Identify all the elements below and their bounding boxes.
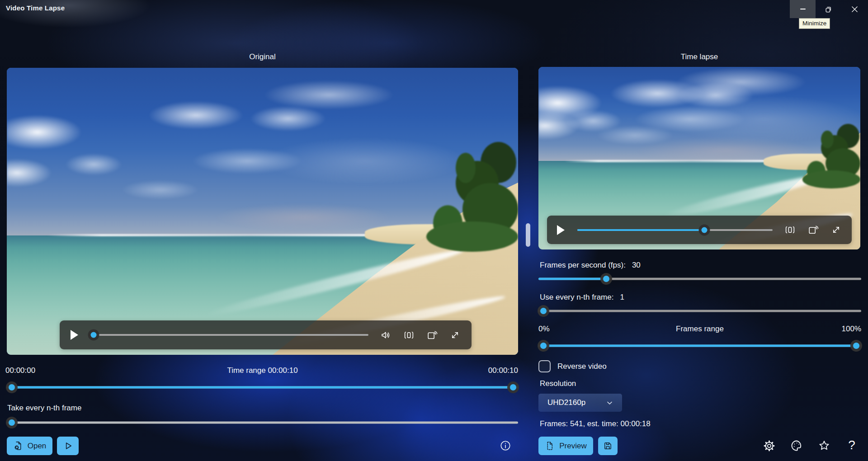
use-nth-label: Use every n-th frame:1 (540, 293, 624, 302)
use-nth-value: 1 (620, 293, 624, 301)
window-title: Video Time Lapse (6, 4, 65, 12)
take-nth-thumb[interactable] (9, 419, 15, 426)
app-window: Video Time Lapse Minimize Original Time … (0, 0, 868, 461)
beach-scene (7, 68, 518, 355)
save-button[interactable] (598, 437, 618, 455)
resolution-label: Resolution (540, 379, 576, 388)
chevron-down-icon (606, 400, 613, 406)
resolution-value: UHD2160p (547, 398, 585, 407)
frames-info-text: Frames: 541, est. time: 00:00:18 (540, 419, 651, 428)
fullscreen-icon[interactable] (830, 224, 842, 235)
panel-splitter-handle[interactable] (526, 223, 530, 247)
open-button-label: Open (28, 442, 47, 451)
original-header: Original (0, 52, 525, 61)
original-video-frame[interactable] (7, 68, 518, 355)
close-icon (851, 6, 858, 13)
seek-slider[interactable] (91, 334, 368, 336)
rotate-screen-icon[interactable] (426, 329, 438, 341)
frames-range-start-thumb[interactable] (540, 343, 547, 349)
preview-button[interactable]: Preview (538, 437, 593, 455)
restore-button[interactable] (816, 0, 841, 18)
timelapse-header: Time lapse (538, 52, 860, 61)
timelapse-player-controls (547, 216, 852, 244)
fps-label: Frames per second (fps):30 (540, 261, 641, 270)
title-bar[interactable]: Video Time Lapse Minimize (0, 0, 868, 18)
volume-icon[interactable] (380, 329, 392, 341)
seek-thumb[interactable] (91, 332, 97, 338)
fps-slider[interactable] (538, 273, 861, 285)
minimize-tooltip: Minimize (799, 18, 830, 29)
frames-range-end-thumb[interactable] (853, 343, 859, 349)
play-outline-icon (63, 441, 73, 451)
preview-doc-icon (545, 441, 555, 451)
minimize-icon (800, 9, 806, 9)
close-button[interactable] (841, 0, 868, 18)
preview-button-label: Preview (559, 442, 586, 451)
time-end-label: 00:00:10 (0, 366, 518, 375)
resolution-dropdown[interactable]: UHD2160p (538, 394, 622, 412)
seek-thumb[interactable] (701, 227, 707, 233)
fps-value: 30 (632, 261, 641, 269)
palm-trees (757, 114, 860, 195)
restore-icon (825, 5, 832, 13)
open-button[interactable]: Open (7, 437, 52, 455)
open-file-icon (13, 441, 24, 451)
reverse-video-checkbox[interactable] (538, 360, 551, 372)
info-icon[interactable] (500, 440, 511, 452)
save-icon (603, 441, 613, 451)
reverse-video-label: Reverse video (557, 362, 607, 371)
time-range-slider[interactable] (7, 381, 518, 393)
theme-palette-icon[interactable] (790, 439, 803, 452)
original-player-controls (60, 320, 472, 349)
help-icon[interactable]: ? (846, 438, 857, 452)
star-icon[interactable] (818, 439, 830, 452)
seek-slider[interactable] (577, 229, 773, 231)
aspect-ratio-icon[interactable] (403, 329, 415, 341)
fullscreen-icon[interactable] (449, 329, 461, 341)
fps-thumb[interactable] (603, 276, 609, 282)
time-range-end-thumb[interactable] (510, 384, 516, 390)
take-nth-label: Take every n-th frame (7, 404, 81, 413)
play-original-button[interactable] (57, 437, 79, 455)
time-range-start-thumb[interactable] (9, 384, 15, 390)
settings-gear-icon[interactable] (763, 440, 775, 452)
play-icon[interactable] (557, 225, 565, 235)
take-nth-slider[interactable] (7, 417, 518, 428)
rotate-screen-icon[interactable] (807, 224, 819, 235)
minimize-button[interactable] (790, 0, 816, 18)
play-icon[interactable] (71, 330, 78, 340)
frames-range-slider[interactable] (538, 340, 861, 352)
use-nth-thumb[interactable] (540, 308, 547, 314)
use-nth-slider[interactable] (538, 305, 861, 317)
frames-range-max-label: 100% (538, 325, 861, 334)
aspect-ratio-icon[interactable] (784, 224, 796, 235)
palm-trees (354, 125, 518, 263)
